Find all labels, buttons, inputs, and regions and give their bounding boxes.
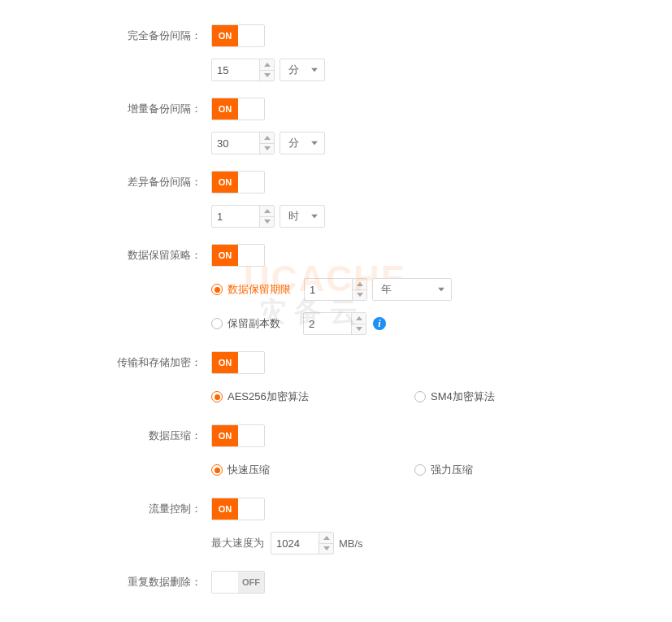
toggle-off-text: OFF xyxy=(238,572,264,593)
diff-backup-unit-select[interactable]: 时 xyxy=(280,205,325,228)
retention-opt1-label: 数据保留期限 xyxy=(228,282,291,297)
retention-opt1-unit-select[interactable]: 年 xyxy=(372,278,452,301)
diff-backup-toggle[interactable]: ON xyxy=(211,171,265,194)
encryption-label: 传输和存储加密： xyxy=(0,351,211,374)
spinner-up-icon[interactable] xyxy=(353,279,366,290)
full-backup-unit-select[interactable]: 分 xyxy=(280,59,325,81)
radio-icon xyxy=(211,391,223,402)
full-backup-unit-value: 分 xyxy=(288,63,299,77)
compression-row: 数据压缩： ON 快速压缩 强力压缩 xyxy=(0,424,672,481)
compression-opt2-radio[interactable]: 强力压缩 xyxy=(414,463,473,477)
spinner-up-icon[interactable] xyxy=(352,313,366,324)
spinner-down-icon[interactable] xyxy=(260,71,274,81)
spinner-down-icon[interactable] xyxy=(260,144,274,154)
traffic-max-speed-label: 最大速度为 xyxy=(211,536,264,550)
spinner-down-icon[interactable] xyxy=(260,217,274,228)
retention-opt1-radio[interactable]: 数据保留期限 xyxy=(211,282,291,297)
retention-opt1-input[interactable] xyxy=(305,279,352,300)
radio-icon xyxy=(414,464,426,476)
traffic-row: 流量控制： ON 最大速度为 MB/s xyxy=(0,498,672,555)
incr-backup-row: 增量备份间隔： ON 分 xyxy=(0,98,672,154)
settings-form: UCACHE 灾备云 完全备份间隔： ON 分 xyxy=(0,0,672,622)
spinner-up-icon[interactable] xyxy=(319,533,333,544)
chevron-down-icon xyxy=(311,68,318,72)
full-backup-toggle[interactable]: ON xyxy=(211,24,265,47)
traffic-toggle[interactable]: ON xyxy=(211,498,265,520)
retention-toggle[interactable]: ON xyxy=(211,244,265,267)
traffic-speed-spinner[interactable] xyxy=(271,532,334,555)
retention-row: 数据保留策略： ON 数据保留期限 年 xyxy=(0,244,672,335)
traffic-speed-input[interactable] xyxy=(271,533,319,554)
encryption-row: 传输和存储加密： ON AES256加密算法 SM4加密算法 xyxy=(0,351,672,408)
spinner-down-icon[interactable] xyxy=(353,290,366,301)
encryption-opt1-radio[interactable]: AES256加密算法 xyxy=(211,389,309,404)
retention-opt2-label: 保留副本数 xyxy=(228,316,280,331)
full-backup-value-spinner[interactable] xyxy=(211,59,275,81)
diff-backup-row: 差异备份间隔： ON 时 xyxy=(0,171,672,228)
diff-backup-label: 差异备份间隔： xyxy=(0,171,211,194)
retention-opt2-input[interactable] xyxy=(304,313,351,334)
traffic-label: 流量控制： xyxy=(0,498,211,520)
diff-backup-value-input[interactable] xyxy=(212,206,259,227)
spinner-up-icon[interactable] xyxy=(260,59,274,71)
full-backup-row: 完全备份间隔： ON 分 xyxy=(0,24,672,81)
chevron-down-icon xyxy=(311,215,318,219)
full-backup-label: 完全备份间隔： xyxy=(0,24,211,47)
radio-icon xyxy=(211,464,223,476)
spinner-up-icon[interactable] xyxy=(260,133,274,144)
dedup-row: 重复数据删除： OFF xyxy=(0,571,672,595)
traffic-unit: MB/s xyxy=(339,537,363,550)
compression-opt2-label: 强力压缩 xyxy=(431,463,473,477)
incr-backup-value-input[interactable] xyxy=(212,133,259,154)
incr-backup-label: 增量备份间隔： xyxy=(0,98,211,120)
info-icon[interactable]: i xyxy=(373,317,386,330)
encryption-toggle[interactable]: ON xyxy=(211,351,265,374)
encryption-opt2-radio[interactable]: SM4加密算法 xyxy=(414,389,495,404)
spinner-down-icon[interactable] xyxy=(352,324,366,335)
chevron-down-icon xyxy=(311,141,318,146)
full-backup-value-input[interactable] xyxy=(212,59,259,80)
radio-icon xyxy=(211,318,223,329)
retention-opt1-spinner[interactable] xyxy=(304,278,367,301)
dedup-toggle[interactable]: OFF xyxy=(211,571,265,594)
compression-label: 数据压缩： xyxy=(0,424,211,447)
spinner-down-icon[interactable] xyxy=(319,544,333,555)
incr-backup-toggle[interactable]: ON xyxy=(211,98,265,120)
incr-backup-value-spinner[interactable] xyxy=(211,132,275,154)
radio-icon xyxy=(414,391,426,402)
chevron-down-icon xyxy=(438,288,444,292)
spinner-up-icon[interactable] xyxy=(260,206,274,217)
retention-label: 数据保留策略： xyxy=(0,244,211,267)
compression-opt1-radio[interactable]: 快速压缩 xyxy=(211,463,270,477)
toggle-on-text: ON xyxy=(212,25,238,46)
compression-toggle[interactable]: ON xyxy=(211,424,265,447)
encryption-opt2-label: SM4加密算法 xyxy=(431,389,495,404)
encryption-opt1-label: AES256加密算法 xyxy=(228,389,309,404)
diff-backup-value-spinner[interactable] xyxy=(211,205,275,228)
incr-backup-unit-select[interactable]: 分 xyxy=(280,132,325,154)
compression-opt1-label: 快速压缩 xyxy=(228,463,270,477)
retention-opt2-spinner[interactable] xyxy=(303,312,366,335)
retention-opt2-radio[interactable]: 保留副本数 xyxy=(211,316,280,331)
dedup-label: 重复数据删除： xyxy=(0,571,211,594)
radio-icon xyxy=(211,284,223,295)
